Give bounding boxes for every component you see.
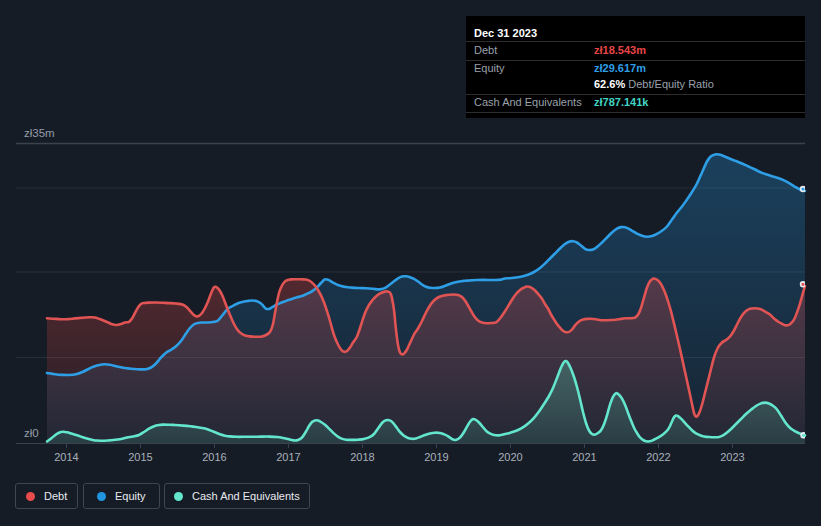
svg-text:2019: 2019 (424, 451, 448, 463)
svg-text:2016: 2016 (202, 451, 226, 463)
svg-text:2020: 2020 (498, 451, 522, 463)
svg-text:2022: 2022 (646, 451, 670, 463)
svg-text:2015: 2015 (128, 451, 152, 463)
svg-text:2018: 2018 (350, 451, 374, 463)
svg-text:2021: 2021 (572, 451, 596, 463)
svg-text:2023: 2023 (720, 451, 744, 463)
svg-text:zł35m: zł35m (24, 127, 55, 139)
svg-text:zł0: zł0 (24, 427, 39, 439)
svg-text:2017: 2017 (276, 451, 300, 463)
svg-text:2014: 2014 (54, 451, 78, 463)
